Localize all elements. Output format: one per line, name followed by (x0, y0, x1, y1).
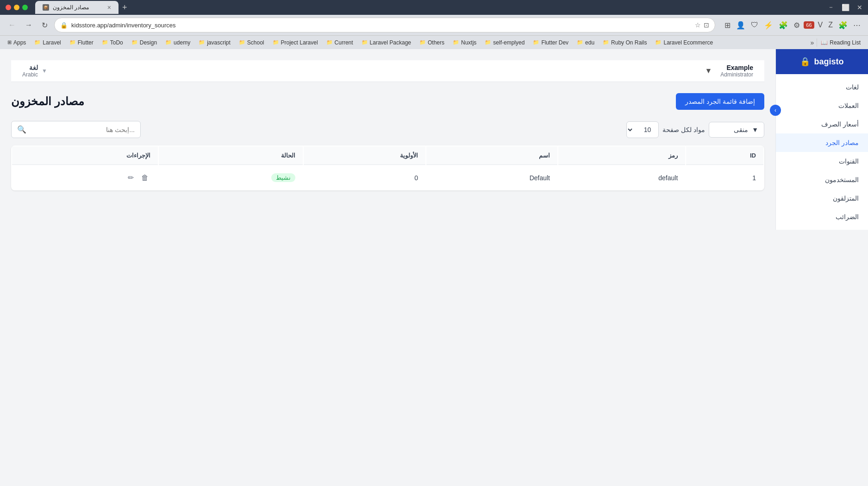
edit-button[interactable]: ✏ (126, 171, 136, 184)
window-close-button[interactable] (6, 5, 11, 10)
lightning-icon[interactable]: ⚡ (762, 19, 775, 32)
sidebar-header: 🔒 bagisto (776, 49, 868, 74)
column-status: الحالة (159, 146, 303, 165)
sidebar-item-taxes[interactable]: الضرائب (776, 208, 868, 226)
browser-close-icon[interactable]: ✕ (857, 4, 862, 11)
cell-id: 1 (686, 166, 763, 189)
more-icon[interactable]: ⋯ (851, 19, 862, 32)
profile-name: Example (720, 64, 753, 71)
reading-list-button[interactable]: 📖 Reading List (817, 38, 864, 47)
per-page-label: مواد لكل صفحة (662, 126, 705, 133)
bookmark-laravel-label: Laravel (43, 39, 61, 46)
v-icon[interactable]: V (816, 19, 825, 31)
back-button[interactable]: ← (6, 19, 19, 31)
browser-toolbar: ⊞ 👤 🛡 ⚡ 🧩 ⚙ 66 V Z 🧩 ⋯ (723, 19, 862, 32)
settings-icon[interactable]: ⚙ (792, 19, 802, 32)
bookmark-nuxtjs[interactable]: 📁 Nuxtjs (449, 38, 480, 47)
badge-icon[interactable]: 66 (804, 21, 814, 29)
bookmark-star-icon[interactable]: ☆ (695, 21, 701, 29)
tab-favicon-icon: 📦 (43, 4, 49, 11)
column-name: اسم (426, 146, 557, 165)
bookmark-others[interactable]: 📁 Others (416, 38, 448, 47)
reload-button[interactable]: ↻ (39, 19, 50, 32)
bookmark-javascript[interactable]: 📁 javascript (195, 38, 234, 47)
search-icon[interactable]: 🔍 (17, 125, 26, 134)
z-icon[interactable]: Z (826, 19, 835, 31)
sidebar-item-currencies[interactable]: العملات (776, 96, 868, 115)
sidebar-item-sliders[interactable]: المتزلقون (776, 189, 868, 208)
forward-button[interactable]: → (22, 19, 35, 31)
folder-icon: 📁 (239, 39, 245, 45)
bookmark-todo[interactable]: 📁 ToDo (98, 38, 127, 47)
table-row: 1 default Default 0 نشيط 🗑 (12, 166, 763, 189)
sidebar-item-inventory-sources[interactable]: مصادر الجرد (776, 133, 868, 152)
folder-icon: 📁 (453, 39, 459, 45)
sidebar-item-channels[interactable]: القنوات (776, 152, 868, 170)
bookmark-ruby-on-rails[interactable]: 📁 Ruby On Rails (599, 38, 650, 47)
sidebar-item-users[interactable]: المستخدمون (776, 170, 868, 189)
bookmark-school[interactable]: 📁 School (235, 38, 268, 47)
extensions-icon[interactable]: ⊞ (723, 19, 732, 32)
per-page-select[interactable]: 5 10 25 50 100 (626, 121, 659, 138)
profile-role: Administrator (720, 71, 753, 78)
sidebar-item-languages[interactable]: لغات (776, 78, 868, 96)
tab-close-button[interactable]: × (107, 4, 111, 11)
url-text: kidsstore.app/admin/inventory_sources (71, 22, 175, 29)
lang-arrow-icon: ▼ (42, 68, 47, 74)
folder-icon: 📁 (326, 39, 333, 45)
logo-text: bagisto (814, 57, 843, 67)
puzzle-icon[interactable]: 🧩 (777, 19, 790, 32)
browser-content: Example Administrator ▼ ▼ لغة Arabic (0, 49, 868, 486)
reading-list-label: Reading List (830, 39, 861, 46)
bookmark-laravel[interactable]: 📁 Laravel (31, 38, 64, 47)
url-bar-icons: ☆ ⊡ (695, 21, 709, 29)
window-minimize-button[interactable] (14, 5, 19, 10)
delete-button[interactable]: 🗑 (139, 172, 150, 184)
edit-icon: ✏ (128, 174, 134, 182)
bookmark-udemy[interactable]: 📁 udemy (162, 38, 194, 47)
language-section: ▼ لغة Arabic (22, 64, 47, 78)
chevron-down-icon: ▼ (705, 67, 712, 75)
bookmark-apps[interactable]: ⊞ Apps (4, 38, 30, 47)
profile-dropdown-button[interactable]: ▼ (702, 65, 715, 77)
window-controls (6, 5, 28, 10)
shield-icon[interactable]: 🛡 (749, 19, 760, 31)
bookmarks-more-button[interactable]: » (810, 39, 814, 46)
bookmark-laravel-package[interactable]: 📁 Laravel Package (358, 38, 415, 47)
new-tab-button[interactable]: + (119, 3, 131, 13)
sidebar-logo: 🔒 bagisto (800, 57, 843, 67)
bookmark-design[interactable]: 📁 Design (128, 38, 161, 47)
bookmark-laravel-ecommerce[interactable]: 📁 Laravel Ecommerce (651, 38, 717, 47)
profile-icon[interactable]: 👤 (734, 19, 747, 32)
bookmark-self-employed[interactable]: 📁 self-emplyed (481, 38, 528, 47)
sidebar-wrapper: 🔒 bagisto لغات العملات أسعار الصرف مصادر… (775, 49, 868, 486)
bookmark-self-employed-label: self-emplyed (493, 39, 525, 46)
search-input[interactable] (30, 126, 135, 133)
page-header: إضافة قائمة الجرد المصدر مصادر المخزون (11, 93, 764, 110)
reader-mode-icon[interactable]: ⊡ (704, 21, 709, 29)
bookmark-others-label: Others (428, 39, 444, 46)
folder-icon: 📁 (273, 39, 279, 45)
bookmark-flutter[interactable]: 📁 Flutter (66, 38, 97, 47)
sidebar-item-exchange-rates[interactable]: أسعار الصرف (776, 115, 868, 133)
address-bar: ← → ↻ 🔒 kidsstore.app/admin/inventory_so… (0, 15, 868, 35)
window-maximize-button[interactable] (22, 5, 28, 10)
browser-minimize-icon[interactable]: － (828, 3, 834, 12)
puzzle2-icon[interactable]: 🧩 (837, 19, 849, 32)
bookmark-flutter-dev[interactable]: 📁 Flutter Dev (529, 38, 572, 47)
logo-icon: 🔒 (800, 57, 810, 67)
filter-label: منقى (734, 126, 748, 133)
add-inventory-source-button[interactable]: إضافة قائمة الجرد المصدر (676, 93, 764, 110)
bookmark-edu[interactable]: 📁 edu (573, 38, 598, 47)
active-tab[interactable]: 📦 مصادر المخزون × (35, 1, 119, 14)
cell-status: نشيط (159, 166, 303, 189)
browser-restore-icon[interactable]: ⬜ (842, 4, 849, 11)
bookmark-project-laravel[interactable]: 📁 Project Laravel (269, 38, 322, 47)
folder-icon: 📁 (419, 39, 426, 45)
sidebar-collapse-button[interactable]: ‹ (770, 105, 781, 116)
bookmark-current[interactable]: 📁 Current (323, 38, 357, 47)
filter-dropdown[interactable]: ▼ منقى (709, 122, 764, 138)
reading-list-icon: 📖 (821, 39, 828, 46)
url-bar[interactable]: 🔒 kidsstore.app/admin/inventory_sources … (54, 18, 715, 32)
folder-icon: 📁 (199, 39, 205, 45)
